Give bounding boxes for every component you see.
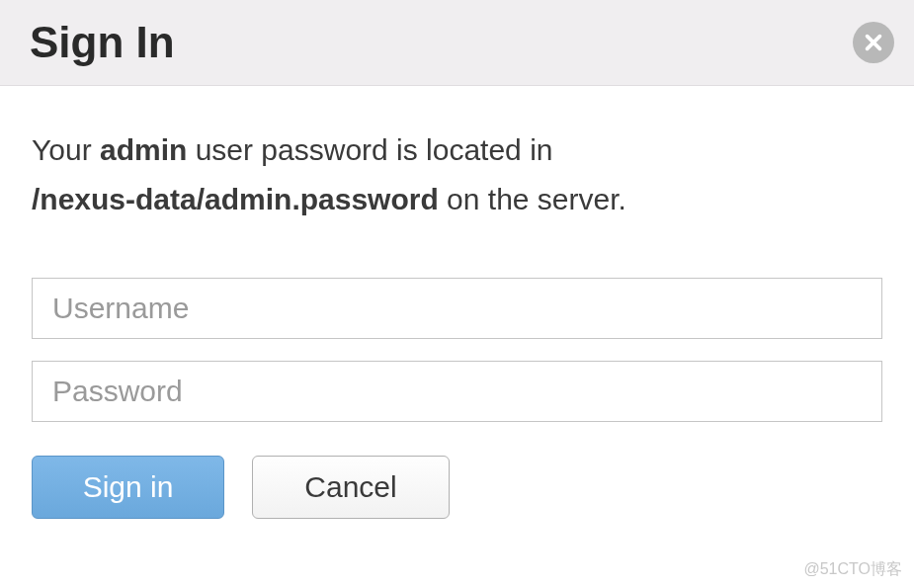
password-input[interactable] <box>32 361 882 422</box>
username-input[interactable] <box>32 278 882 339</box>
info-path: /nexus-data/admin.password <box>32 183 439 215</box>
dialog-header: Sign In <box>0 0 914 86</box>
info-mid: user password is located in <box>187 133 552 166</box>
dialog-title: Sign In <box>30 18 175 67</box>
close-button[interactable] <box>853 22 894 63</box>
cancel-button[interactable]: Cancel <box>252 456 450 519</box>
info-user: admin <box>100 133 187 166</box>
dialog-body: Your admin user password is located in /… <box>0 86 914 548</box>
info-text: Your admin user password is located in /… <box>32 126 882 223</box>
signin-button[interactable]: Sign in <box>32 456 224 519</box>
close-icon <box>863 32 884 53</box>
info-prefix: Your <box>32 133 100 166</box>
button-row: Sign in Cancel <box>32 456 882 519</box>
watermark: @51CTO博客 <box>803 559 902 580</box>
info-suffix: on the server. <box>439 183 626 215</box>
